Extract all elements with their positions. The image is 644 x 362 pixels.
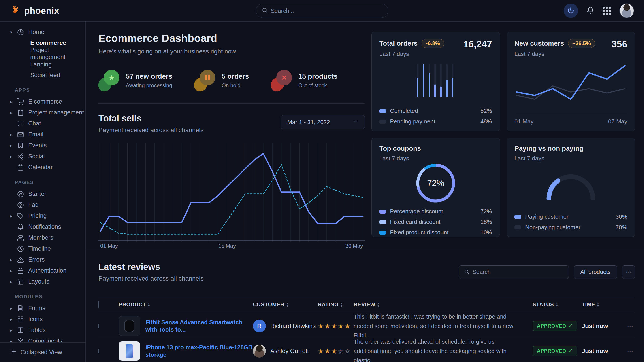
legend-label: Fixed card discount [390,218,480,225]
card-subtitle: Last 7 days [379,155,421,162]
review-time: Just now [582,323,622,330]
card-subtitle: Last 7 days [379,50,444,57]
donut-center-value: 72% [427,178,444,188]
sidebar-item-social[interactable]: ▸ Social [0,151,86,162]
row-menu-button[interactable]: ⋯ [622,348,635,355]
legend-row: Non-paying customer 70% [514,224,627,231]
sidebar-item-starter[interactable]: Starter [0,188,86,199]
column-header-customer[interactable]: CUSTOMER▴▾ [253,301,318,308]
sidebar-item-forms[interactable]: ▸ Forms [0,303,86,314]
card-title: Total orders [379,39,418,47]
sidebar-item-errors[interactable]: ▸ Errors [0,254,86,265]
order-stats: ★ 57 new orders Awating processing 5 ord… [98,69,365,92]
sidebar-item-label: Pricing [28,212,47,219]
legend-swatch-icon [514,225,521,229]
sidebar-item-label: Social [28,153,45,160]
avatar: R [253,320,266,333]
legend-label: Percentage discount [390,208,480,215]
moon-icon [568,7,574,14]
total-orders-value: 16,247 [464,39,492,50]
select-all-checkbox[interactable] [98,301,99,308]
sidebar-item-events[interactable]: ▸ Events [0,140,86,151]
clock-icon [17,246,25,252]
sidebar-item-components[interactable]: ▸ Components [0,336,86,342]
card-subtitle: Last 7 days [514,50,595,57]
sidebar-subitem-landing[interactable]: Landing [0,59,86,70]
legend-row: Paying customer 30% [514,213,627,220]
apps-menu-button[interactable] [602,7,611,15]
sidebar-item-icons[interactable]: ▸ Icons [0,314,86,325]
shopping-cart-icon [17,98,25,105]
chevron-down-icon: ▾ [8,29,14,35]
row-checkbox[interactable] [98,349,99,353]
sidebar-item-e-commerce[interactable]: ▸ E commerce [0,96,86,107]
all-products-button[interactable]: All products [574,265,617,279]
sort-icon: ▴▾ [341,302,342,307]
column-header-product[interactable]: PRODUCT▴▾ [118,301,253,308]
sidebar-item-calendar[interactable]: Calendar [0,162,86,173]
product-link[interactable]: iPhone 13 pro max-Pacific Blue-128GB sto… [146,344,253,359]
paying-gauge-chart [545,171,596,200]
brand[interactable]: phoenix [11,5,59,16]
sort-icon: ▴▾ [378,302,379,307]
sidebar-item-home[interactable]: ▾ Home [0,27,86,37]
sidebar-item-members[interactable]: Members [0,232,86,243]
reviews-search[interactable] [459,265,569,279]
sidebar-item-label: E commerce [28,98,62,105]
legend-value: 52% [480,107,492,114]
sidebar-item-pricing[interactable]: ▸ Pricing [0,210,86,221]
legend-row: Pending payment 48% [379,118,492,125]
sidebar-item-label: Errors [28,256,45,263]
row-checkbox[interactable] [98,324,99,328]
legend-row: Percentage discount 72% [379,208,492,215]
sidebar-item-label: Timeline [28,245,51,252]
column-header-status[interactable]: STATUS▴▾ [532,301,582,308]
brand-name: phoenix [24,6,59,16]
new-customers-line-chart [515,59,627,111]
sidebar-item-project-management[interactable]: ▸ Project management [0,107,86,118]
column-header-time[interactable]: TIME▴▾ [582,301,622,308]
sidebar-item-notifications[interactable]: Notifications [0,221,86,232]
sidebar-item-chat[interactable]: Chat [0,118,86,129]
product-link[interactable]: Fitbit Sense Advanced Smartwatch with To… [146,319,253,334]
search-input[interactable] [271,7,382,14]
chevron-right-icon: ▸ [8,339,14,343]
total-sells-subtitle: Payment received across all channels [98,127,204,134]
column-header-rating[interactable]: RATING▴▾ [318,301,354,308]
legend-swatch-icon [379,220,386,224]
sidebar-item-authentication[interactable]: ▸ Authentication [0,265,86,276]
sidebar-item-tables[interactable]: ▸ Tables [0,325,86,336]
row-menu-button[interactable]: ⋯ [622,323,635,330]
sidebar-item-email[interactable]: ▸ Email [0,129,86,140]
sidebar-item-faq[interactable]: Faq [0,199,86,210]
theme-toggle-button[interactable] [564,3,578,18]
reviews-search-input[interactable] [472,269,564,276]
column-header-review[interactable]: REVIEW▴▾ [354,301,532,308]
sidebar-subitem-social-feed[interactable]: Social feed [0,70,86,80]
rating-stars: ★★★★★ [318,322,354,330]
mail-icon [17,131,25,138]
review-text: This Fitbit is fantastic! I was trying t… [354,312,532,340]
card-subtitle: Last 7 days [514,155,583,162]
phoenix-logo-icon [11,5,21,16]
total-orders-legend: Completed 52% Pending payment 48% [379,104,492,125]
notifications-button[interactable] [586,6,594,15]
legend-swatch-icon [514,215,521,219]
product-image [118,341,140,361]
package-icon [17,338,25,343]
sidebar-section-label: PAGES [0,173,86,188]
global-search[interactable] [256,3,388,18]
sidebar-item-timeline[interactable]: Timeline [0,243,86,254]
bell-icon [586,6,594,15]
reviews-title: Latest reviews [98,262,204,272]
sidebar-item-label: Authentication [28,267,66,274]
collapse-sidebar-button[interactable]: Collapsed View [0,342,86,362]
legend-swatch-icon [379,109,386,113]
user-avatar[interactable] [620,3,634,18]
sidebar-subitem-project-management[interactable]: Project management [0,48,86,59]
check-icon: ✓ [568,348,572,354]
date-range-select[interactable]: Mar 1 - 31, 2022 [281,115,365,129]
sidebar-item-layouts[interactable]: ▸ Layouts [0,276,86,287]
date-range-value: Mar 1 - 31, 2022 [287,119,330,126]
more-options-button[interactable]: ⋯ [622,265,635,279]
